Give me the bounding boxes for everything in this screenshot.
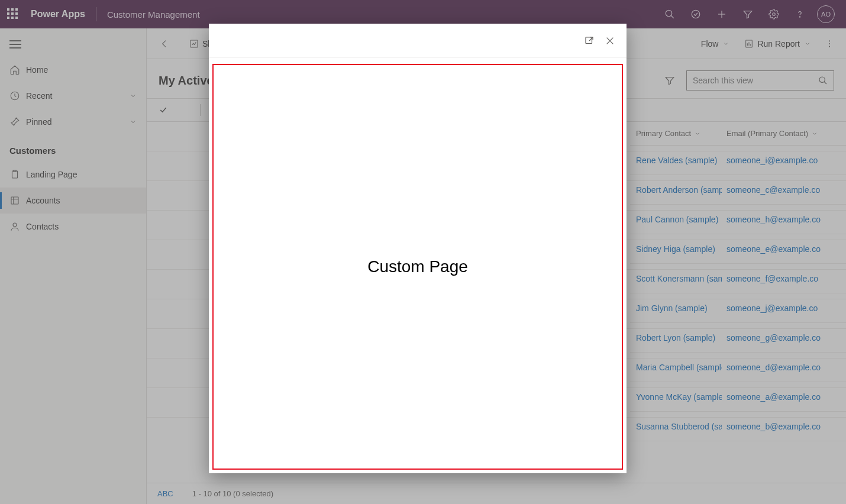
custom-page-dialog: Custom Page bbox=[209, 24, 627, 473]
custom-page-label: Custom Page bbox=[367, 257, 468, 276]
custom-page-highlight-frame: Custom Page bbox=[212, 64, 623, 470]
close-icon[interactable] bbox=[605, 36, 615, 46]
popout-icon[interactable] bbox=[584, 35, 595, 46]
svg-rect-25 bbox=[586, 37, 592, 44]
